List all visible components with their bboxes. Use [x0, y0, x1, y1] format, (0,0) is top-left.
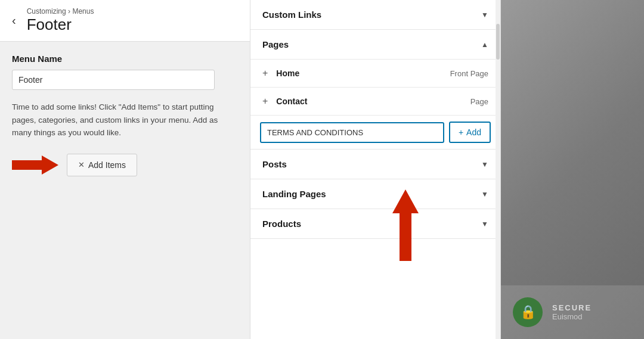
- pages-items-list: + Home Front Page + Contact Page + Add: [250, 59, 500, 149]
- page-item-home: + Home Front Page: [250, 59, 500, 87]
- left-panel: ‹ Customizing › Menus Footer Menu Name T…: [0, 0, 250, 339]
- contact-item-name: Contact: [276, 97, 470, 106]
- custom-links-section[interactable]: Custom Links ▼: [250, 0, 500, 30]
- right-panel: Custom Links ▼ Pages ▲ + Home Front Page…: [250, 0, 644, 339]
- add-items-button[interactable]: ✕ Add Items: [67, 154, 137, 176]
- preview-area: 🔒 SECURE Euismod: [501, 0, 644, 339]
- add-button-label: Add: [466, 127, 481, 137]
- menu-name-label: Menu Name: [12, 54, 238, 64]
- pages-section: Pages ▲ + Home Front Page + Contact Page: [250, 30, 500, 150]
- landing-pages-label: Landing Pages: [262, 189, 326, 199]
- breadcrumb-separator: ›: [68, 7, 70, 15]
- home-plus-icon[interactable]: +: [262, 68, 268, 79]
- landing-pages-section[interactable]: Landing Pages ▼: [250, 179, 500, 209]
- page-item-contact: + Contact Page: [250, 87, 500, 115]
- add-items-row: ✕ Add Items: [12, 154, 238, 176]
- pages-header[interactable]: Pages ▲: [250, 30, 500, 59]
- header-text: Customizing › Menus Footer: [27, 7, 94, 34]
- red-arrow-right-icon: [12, 154, 60, 176]
- instructions-text: Time to add some links! Click "Add Items…: [12, 101, 238, 139]
- add-button[interactable]: + Add: [449, 122, 491, 143]
- back-button[interactable]: ‹: [7, 11, 21, 30]
- contact-item-tag: Page: [470, 97, 488, 106]
- terms-row: + Add: [250, 115, 500, 149]
- products-chevron-icon: ▼: [481, 220, 488, 228]
- breadcrumb: Customizing › Menus: [27, 7, 94, 15]
- menu-panel: Custom Links ▼ Pages ▲ + Home Front Page…: [250, 0, 501, 339]
- products-section[interactable]: Products ▼: [250, 209, 500, 239]
- scrollbar-track: [496, 0, 500, 339]
- preview-secure-label: SECURE: [552, 303, 592, 312]
- preview-overlay: 🔒 SECURE Euismod: [501, 285, 644, 339]
- custom-links-label: Custom Links: [262, 10, 321, 20]
- page-title: Footer: [27, 15, 94, 34]
- pages-label: Pages: [262, 39, 289, 49]
- pages-chevron-icon: ▲: [481, 41, 488, 49]
- preview-desc: Euismod: [552, 312, 592, 321]
- contact-plus-icon[interactable]: +: [262, 96, 268, 107]
- add-items-label: Add Items: [88, 160, 126, 170]
- landing-pages-chevron-icon: ▼: [481, 190, 488, 198]
- breadcrumb-part2: Menus: [72, 7, 94, 15]
- svg-marker-0: [12, 155, 58, 175]
- custom-links-chevron-icon: ▼: [481, 11, 488, 19]
- header-bar: ‹ Customizing › Menus Footer: [0, 0, 250, 42]
- posts-section[interactable]: Posts ▼: [250, 150, 500, 179]
- terms-input[interactable]: [260, 122, 444, 143]
- x-icon: ✕: [78, 160, 85, 169]
- products-label: Products: [262, 219, 301, 229]
- menu-name-input[interactable]: [12, 70, 215, 90]
- breadcrumb-part1: Customizing: [27, 7, 66, 15]
- secure-icon: 🔒: [513, 297, 543, 327]
- posts-chevron-icon: ▼: [481, 160, 488, 169]
- home-item-tag: Front Page: [450, 69, 488, 78]
- scrollbar-thumb[interactable]: [496, 24, 500, 60]
- home-item-name: Home: [276, 69, 450, 78]
- posts-label: Posts: [262, 159, 287, 169]
- preview-text: SECURE Euismod: [552, 303, 592, 321]
- left-content: Menu Name Time to add some links! Click …: [0, 42, 250, 339]
- add-plus-icon: +: [459, 127, 463, 137]
